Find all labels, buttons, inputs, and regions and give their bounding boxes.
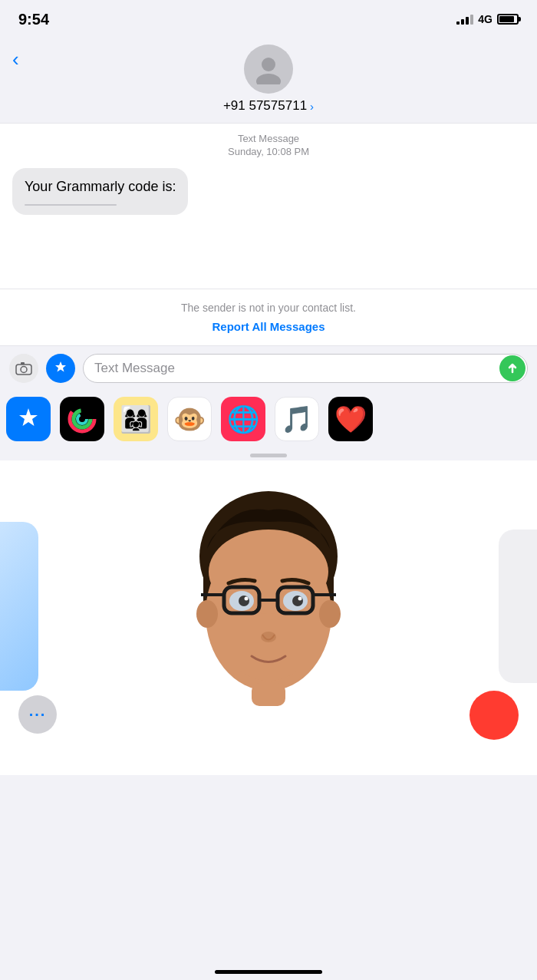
warning-text: The sender is not in your contact list. bbox=[12, 302, 525, 314]
appstore-icon bbox=[15, 405, 42, 433]
message-time-label: Sunday, 10:08 PM bbox=[0, 146, 537, 157]
more-options-button[interactable]: ··· bbox=[18, 695, 57, 734]
svg-point-12 bbox=[196, 600, 218, 628]
svg-point-24 bbox=[298, 597, 302, 601]
app-icon-appstore[interactable] bbox=[6, 397, 51, 441]
message-date-label: Text Message bbox=[0, 133, 537, 144]
app-icon-heart[interactable]: ❤️ bbox=[328, 397, 373, 441]
app-icon-music[interactable]: 🎵 bbox=[275, 397, 319, 441]
memoji-main bbox=[169, 487, 368, 733]
bubble-loading-line bbox=[25, 204, 117, 206]
bubble-text: Your Grammarly code is: bbox=[25, 177, 176, 196]
activity-icon bbox=[67, 404, 97, 434]
battery-icon bbox=[497, 14, 519, 25]
svg-point-7 bbox=[77, 414, 87, 424]
drawer-handle bbox=[0, 447, 537, 460]
dots-button[interactable]: ··· bbox=[18, 695, 57, 734]
camera-icon bbox=[15, 361, 32, 375]
svg-point-1 bbox=[256, 74, 281, 84]
contact-name[interactable]: +91 57575711 › bbox=[223, 98, 314, 114]
contact-avatar[interactable] bbox=[244, 45, 293, 94]
report-link[interactable]: Report All Messages bbox=[12, 320, 525, 333]
network-label: 4G bbox=[478, 13, 493, 25]
svg-point-13 bbox=[319, 600, 341, 628]
svg-rect-4 bbox=[21, 362, 25, 365]
music-emoji: 🎵 bbox=[281, 404, 313, 434]
contact-detail-chevron: › bbox=[310, 100, 314, 113]
dots-label: ··· bbox=[29, 706, 47, 724]
record-button[interactable] bbox=[469, 691, 519, 740]
person-icon bbox=[253, 54, 284, 84]
text-input-wrapper[interactable]: Text Message bbox=[83, 354, 528, 383]
warning-section: The sender is not in your contact list. … bbox=[0, 289, 537, 345]
message-spacer bbox=[0, 227, 537, 289]
svg-point-3 bbox=[21, 367, 27, 373]
svg-point-22 bbox=[292, 596, 303, 606]
svg-point-21 bbox=[239, 596, 249, 606]
app-icon-memoji[interactable]: 👩‍👩‍👧 bbox=[114, 397, 158, 441]
record-button-wrapper[interactable] bbox=[469, 691, 519, 740]
back-button[interactable]: ‹ bbox=[12, 48, 19, 71]
camera-button[interactable] bbox=[9, 354, 38, 383]
status-bar: 9:54 4G bbox=[0, 0, 537, 38]
monkey-emoji: 🐵 bbox=[173, 404, 206, 434]
heart-emoji: ❤️ bbox=[334, 404, 367, 434]
status-icons: 4G bbox=[456, 13, 519, 25]
message-area: Text Message Sunday, 10:08 PM Your Gramm… bbox=[0, 123, 537, 227]
svg-point-0 bbox=[262, 58, 275, 71]
message-bubble: Your Grammarly code is: bbox=[12, 168, 188, 215]
message-bubble-wrapper: Your Grammarly code is: bbox=[0, 168, 537, 227]
send-button[interactable] bbox=[499, 355, 525, 381]
status-time: 9:54 bbox=[18, 11, 49, 28]
memoji-right-preview bbox=[499, 530, 537, 683]
svg-point-23 bbox=[245, 597, 249, 601]
battery-fill bbox=[499, 16, 514, 22]
svg-rect-26 bbox=[252, 683, 285, 706]
app-icon-globe[interactable]: 🌐 bbox=[221, 397, 265, 441]
text-input-placeholder: Text Message bbox=[94, 361, 175, 376]
memoji-face-svg bbox=[169, 487, 368, 733]
memoji-panel: ··· bbox=[0, 460, 537, 752]
app-icon-activity[interactable] bbox=[60, 397, 104, 441]
signal-bars-icon bbox=[456, 14, 473, 25]
nav-header: ‹ +91 57575711 › bbox=[0, 38, 537, 123]
input-bar: Text Message bbox=[0, 345, 537, 391]
appstore-input-icon bbox=[52, 360, 69, 377]
home-indicator bbox=[215, 970, 322, 974]
app-icons-row: 👩‍👩‍👧 🐵 🌐 🎵 ❤️ bbox=[0, 391, 537, 447]
appstore-input-button[interactable] bbox=[46, 354, 75, 383]
contact-number: +91 57575711 bbox=[223, 98, 307, 114]
handle-bar-indicator bbox=[250, 454, 287, 457]
send-icon bbox=[506, 362, 519, 375]
memoji-emoji: 👩‍👩‍👧 bbox=[120, 404, 152, 434]
home-indicator-bar bbox=[0, 752, 537, 775]
app-icon-monkey[interactable]: 🐵 bbox=[167, 397, 212, 441]
memoji-left-preview bbox=[0, 522, 38, 691]
globe-emoji: 🌐 bbox=[227, 404, 259, 434]
